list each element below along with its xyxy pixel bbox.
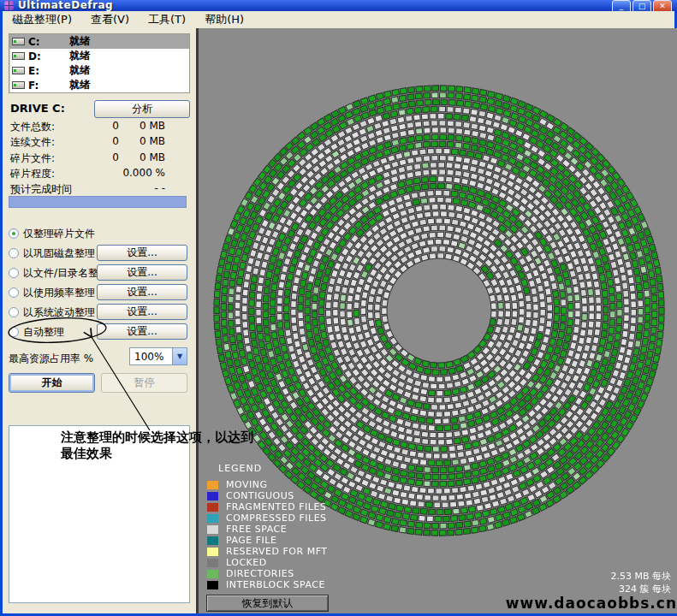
stat-size: 0 MB (119, 151, 186, 166)
drive-status: 就绪 (69, 78, 90, 92)
page-file-swatch (207, 536, 218, 545)
option-label: 仅整理碎片文件 (23, 227, 95, 241)
settings-button-volatility[interactable]: 设置... (97, 304, 187, 320)
radio-icon[interactable] (9, 287, 19, 298)
drive-heading: DRIVE C: (10, 102, 65, 115)
settings-button-usage[interactable]: 设置... (97, 284, 187, 300)
locked-swatch (207, 559, 218, 567)
drive-name: C: (28, 36, 69, 48)
option-auto[interactable]: 自动整理 (9, 323, 64, 341)
stat-size: 0 MB (119, 120, 186, 134)
option-label: 以巩固磁盘整理 (23, 246, 95, 261)
drive-name: F: (28, 80, 69, 92)
option-label: 以使用频率整理 (23, 286, 95, 300)
mft-swatch (207, 548, 218, 556)
radio-icon[interactable] (9, 327, 19, 337)
stat-count: 0 (92, 120, 119, 134)
fragmented-swatch (207, 503, 218, 512)
radio-icon[interactable] (9, 228, 19, 239)
stat-fragmented-files: 碎片文件: 0 0 MB (10, 151, 186, 166)
option-defrag-only[interactable]: 仅整理碎片文件 (9, 225, 95, 242)
radio-icon[interactable] (9, 268, 19, 278)
menu-tools[interactable]: 工具(T) (139, 10, 195, 29)
stat-size: 0.000 % (119, 167, 186, 181)
stat-label: 碎片文件: (10, 151, 92, 166)
legend-item: COMPRESSED FILES (207, 512, 327, 524)
drive-row[interactable]: C: 就绪 (9, 34, 189, 49)
interblock-swatch (207, 581, 218, 589)
drive-status: 就绪 (69, 49, 90, 63)
drive-list: C: 就绪 D: 就绪 E: 就绪 F: 就绪 (9, 33, 190, 93)
settings-button-auto[interactable]: 设置... (97, 323, 187, 340)
legend-item: CONTIGUOUS (207, 490, 327, 501)
option-by-volatility[interactable]: 以系统波动整理 (9, 304, 95, 321)
stat-size: - - (119, 182, 186, 197)
compressed-swatch (207, 514, 218, 523)
contiguous-swatch (207, 492, 218, 500)
menu-bar: 磁盘整理(P) 查看(V) 工具(T) 帮助(H) (3, 11, 674, 28)
stat-total-files: 文件总数: 0 0 MB (10, 120, 186, 134)
maximize-button[interactable]: □ (632, 0, 651, 11)
chevron-down-icon[interactable]: ▼ (172, 348, 187, 364)
reset-default-button[interactable]: 恢复到默认 (206, 595, 329, 612)
stat-count (92, 182, 119, 197)
stat-estimated-time: 预计完成时间 - - (10, 182, 186, 197)
legend-item: MOVING (207, 479, 327, 490)
legend-item: PAGE FILE (207, 535, 327, 546)
drive-status: 就绪 (69, 63, 90, 78)
app-window: UltimateDefrag _ □ ✕ 磁盘整理(P) 查看(V) 工具(T)… (0, 0, 677, 616)
minimize-button[interactable]: _ (612, 0, 631, 11)
watermark: www.daocaobbs.cn (506, 595, 677, 612)
legend-item: FRAGMENTED FILES (207, 501, 327, 512)
hdd-icon (12, 81, 25, 89)
block-info: 2.53 MB 每块 324 簇 每块 (610, 570, 671, 595)
stat-label: 文件总数: (10, 120, 92, 134)
close-button[interactable]: ✕ (653, 0, 672, 11)
menu-view[interactable]: 查看(V) (81, 10, 139, 29)
hdd-icon (12, 52, 25, 60)
block-size: 2.53 MB 每块 (610, 570, 671, 583)
hdd-icon (12, 67, 25, 74)
stat-label: 碎片程度: (10, 167, 92, 181)
option-consolidate[interactable]: 以巩固磁盘整理 (9, 245, 95, 262)
drive-row[interactable]: D: 就绪 (9, 49, 189, 63)
free-space-swatch (207, 525, 218, 534)
legend-item: DIRECTORIES (207, 568, 327, 579)
disk-panel: LEGEND MOVING CONTIGUOUS FRAGMENTED FILE… (196, 28, 677, 613)
pause-button[interactable]: 暂停 (101, 373, 187, 393)
radio-icon[interactable] (9, 248, 19, 258)
option-label: 以系统波动整理 (23, 305, 95, 320)
legend-item: LOCKED (207, 557, 327, 568)
legend: LEGEND MOVING CONTIGUOUS FRAGMENTED FILE… (207, 463, 327, 590)
file-listbox (9, 425, 190, 603)
drive-row[interactable]: F: 就绪 (9, 78, 189, 92)
legend-item: RESERVED FOR MFT (207, 546, 327, 557)
drive-name: E: (28, 65, 69, 77)
stat-count (92, 167, 119, 181)
hdd-icon (12, 38, 25, 45)
drive-row[interactable]: E: 就绪 (9, 63, 189, 78)
menu-disk-defrag[interactable]: 磁盘整理(P) (3, 10, 81, 29)
app-icon (4, 1, 14, 10)
drive-name: D: (28, 50, 69, 62)
resource-usage-label: 最高资源占用率 % (9, 352, 93, 366)
settings-button-consolidate[interactable]: 设置... (97, 245, 187, 261)
option-by-usage[interactable]: 以使用频率整理 (9, 284, 95, 301)
control-panel: C: 就绪 D: 就绪 E: 就绪 F: 就绪 DRIVE C: 分析 文件总数… (3, 28, 196, 613)
legend-title: LEGEND (218, 463, 327, 474)
option-by-filename[interactable]: 以文件/目录名整理 (9, 264, 109, 281)
menu-help[interactable]: 帮助(H) (195, 10, 253, 29)
option-label: 自动整理 (23, 325, 64, 340)
stat-size: 0 MB (119, 135, 186, 150)
drive-status: 就绪 (69, 34, 90, 49)
analyze-button[interactable]: 分析 (94, 100, 190, 118)
legend-item: FREE SPACE (207, 524, 327, 535)
stat-contiguous-files: 连续文件: 0 0 MB (10, 135, 186, 150)
stat-count: 0 (92, 151, 119, 166)
legend-item: INTERBLOCK SPACE (207, 579, 327, 590)
resource-usage-select[interactable]: 100% ▼ (129, 347, 187, 365)
start-button[interactable]: 开始 (9, 373, 95, 393)
radio-icon[interactable] (9, 307, 19, 317)
settings-button-filename[interactable]: 设置... (97, 264, 187, 281)
combo-value: 100% (130, 351, 172, 363)
